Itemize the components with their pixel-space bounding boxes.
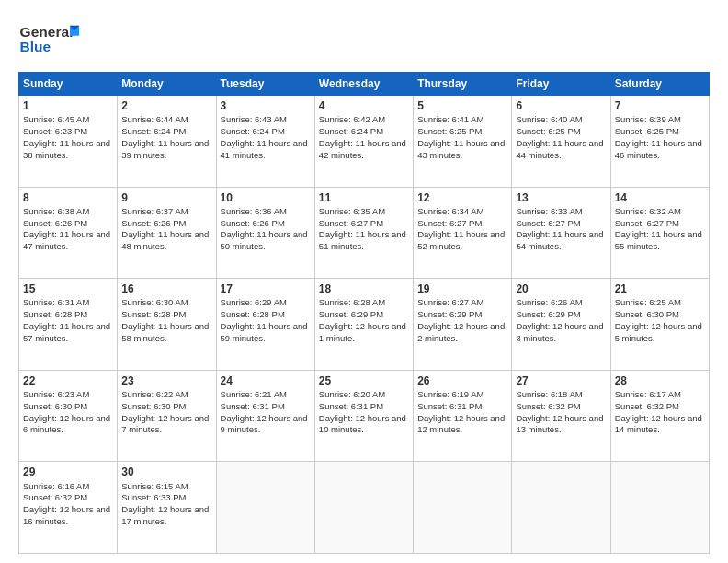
sunset-text: Sunset: 6:29 PM [319, 309, 383, 319]
day-number: 29 [23, 465, 113, 479]
calendar-cell: 9Sunrise: 6:37 AMSunset: 6:26 PMDaylight… [118, 187, 216, 279]
day-number: 7 [615, 98, 705, 113]
calendar-cell: 13Sunrise: 6:33 AMSunset: 6:27 PMDayligh… [512, 187, 610, 279]
weekday-header-thursday: Thursday [414, 73, 512, 96]
sunrise-text: Sunrise: 6:40 AM [516, 114, 582, 124]
day-number: 10 [221, 190, 311, 205]
weekday-header-sunday: Sunday [19, 73, 118, 96]
sunrise-text: Sunrise: 6:43 AM [221, 114, 287, 124]
weekday-header-friday: Friday [512, 73, 610, 96]
day-number: 23 [121, 373, 211, 388]
sunrise-text: Sunrise: 6:39 AM [615, 114, 681, 124]
daylight-label: Daylight: 12 hours and 17 minutes. [121, 504, 209, 526]
sunset-text: Sunset: 6:26 PM [23, 218, 87, 228]
sunrise-text: Sunrise: 6:38 AM [23, 206, 89, 216]
day-number: 30 [121, 465, 211, 479]
sunset-text: Sunset: 6:26 PM [121, 218, 186, 228]
daylight-label: Daylight: 11 hours and 55 minutes. [615, 229, 702, 251]
daylight-label: Daylight: 12 hours and 5 minutes. [615, 321, 702, 343]
daylight-label: Daylight: 11 hours and 44 minutes. [516, 138, 603, 160]
calendar-cell: 20Sunrise: 6:26 AMSunset: 6:29 PMDayligh… [512, 279, 610, 371]
calendar-cell: 22Sunrise: 6:23 AMSunset: 6:30 PMDayligh… [19, 370, 118, 462]
sunrise-text: Sunrise: 6:18 AM [516, 389, 582, 399]
daylight-label: Daylight: 11 hours and 47 minutes. [23, 229, 110, 251]
day-number: 9 [121, 190, 211, 205]
calendar-cell: 12Sunrise: 6:34 AMSunset: 6:27 PMDayligh… [414, 187, 512, 279]
day-number: 28 [615, 373, 705, 388]
daylight-label: Daylight: 12 hours and 3 minutes. [516, 321, 603, 343]
sunrise-text: Sunrise: 6:45 AM [23, 114, 89, 124]
calendar-cell: 19Sunrise: 6:27 AMSunset: 6:29 PMDayligh… [414, 279, 512, 371]
sunrise-text: Sunrise: 6:15 AM [121, 481, 188, 491]
calendar-cell [314, 462, 413, 554]
day-number: 8 [23, 190, 113, 205]
calendar-cell: 8Sunrise: 6:38 AMSunset: 6:26 PMDaylight… [19, 187, 118, 279]
sunrise-text: Sunrise: 6:37 AM [121, 206, 188, 216]
daylight-label: Daylight: 11 hours and 43 minutes. [417, 138, 505, 160]
day-number: 5 [417, 98, 507, 113]
sunset-text: Sunset: 6:24 PM [121, 126, 186, 136]
day-number: 25 [319, 373, 409, 388]
sunrise-text: Sunrise: 6:26 AM [516, 297, 582, 307]
sunrise-text: Sunrise: 6:36 AM [221, 206, 287, 216]
day-number: 24 [221, 373, 311, 388]
sunset-text: Sunset: 6:26 PM [221, 218, 285, 228]
calendar-cell [216, 462, 314, 554]
calendar-cell: 4Sunrise: 6:42 AMSunset: 6:24 PMDaylight… [314, 96, 413, 188]
logo: General Blue [18, 17, 83, 63]
calendar-week-2: 8Sunrise: 6:38 AMSunset: 6:26 PMDaylight… [19, 187, 710, 279]
sunset-text: Sunset: 6:29 PM [417, 309, 482, 319]
sunrise-text: Sunrise: 6:28 AM [319, 297, 385, 307]
calendar-table: SundayMondayTuesdayWednesdayThursdayFrid… [18, 72, 710, 554]
day-number: 17 [221, 282, 311, 296]
daylight-label: Daylight: 11 hours and 54 minutes. [516, 229, 603, 251]
day-number: 16 [121, 282, 211, 296]
daylight-label: Daylight: 11 hours and 46 minutes. [615, 138, 702, 160]
sunset-text: Sunset: 6:28 PM [221, 309, 285, 319]
daylight-label: Daylight: 12 hours and 9 minutes. [221, 413, 308, 435]
sunset-text: Sunset: 6:29 PM [516, 309, 580, 319]
day-number: 6 [516, 98, 606, 113]
daylight-label: Daylight: 12 hours and 12 minutes. [417, 413, 505, 435]
day-number: 12 [417, 190, 507, 205]
sunset-text: Sunset: 6:23 PM [23, 126, 87, 136]
calendar-cell: 21Sunrise: 6:25 AMSunset: 6:30 PMDayligh… [610, 279, 709, 371]
sunrise-text: Sunrise: 6:44 AM [121, 114, 188, 124]
calendar-cell: 1Sunrise: 6:45 AMSunset: 6:23 PMDaylight… [19, 96, 118, 188]
sunrise-text: Sunrise: 6:25 AM [615, 297, 681, 307]
calendar-cell: 5Sunrise: 6:41 AMSunset: 6:25 PMDaylight… [414, 96, 512, 188]
sunset-text: Sunset: 6:25 PM [417, 126, 482, 136]
sunrise-text: Sunrise: 6:21 AM [221, 389, 287, 399]
calendar-cell: 23Sunrise: 6:22 AMSunset: 6:30 PMDayligh… [118, 370, 216, 462]
weekday-header-monday: Monday [118, 73, 216, 96]
daylight-label: Daylight: 11 hours and 38 minutes. [23, 138, 110, 160]
calendar-week-3: 15Sunrise: 6:31 AMSunset: 6:28 PMDayligh… [19, 279, 710, 371]
day-number: 2 [121, 98, 211, 113]
weekday-header-tuesday: Tuesday [216, 73, 314, 96]
daylight-label: Daylight: 11 hours and 41 minutes. [221, 138, 308, 160]
day-number: 13 [516, 190, 606, 205]
daylight-label: Daylight: 12 hours and 6 minutes. [23, 413, 110, 435]
day-number: 19 [417, 282, 507, 296]
sunrise-text: Sunrise: 6:31 AM [23, 297, 89, 307]
sunset-text: Sunset: 6:32 PM [23, 492, 87, 502]
daylight-label: Daylight: 11 hours and 39 minutes. [121, 138, 209, 160]
sunset-text: Sunset: 6:24 PM [221, 126, 285, 136]
calendar-cell: 16Sunrise: 6:30 AMSunset: 6:28 PMDayligh… [118, 279, 216, 371]
svg-text:General: General [20, 24, 74, 40]
daylight-label: Daylight: 12 hours and 16 minutes. [23, 504, 110, 526]
sunset-text: Sunset: 6:28 PM [121, 309, 186, 319]
sunset-text: Sunset: 6:27 PM [516, 218, 580, 228]
sunrise-text: Sunrise: 6:35 AM [319, 206, 385, 216]
sunset-text: Sunset: 6:33 PM [121, 492, 186, 502]
day-number: 15 [23, 282, 113, 296]
sunset-text: Sunset: 6:27 PM [319, 218, 383, 228]
calendar-cell: 30Sunrise: 6:15 AMSunset: 6:33 PMDayligh… [118, 462, 216, 554]
calendar-cell: 3Sunrise: 6:43 AMSunset: 6:24 PMDaylight… [216, 96, 314, 188]
day-number: 18 [319, 282, 409, 296]
daylight-label: Daylight: 11 hours and 52 minutes. [417, 229, 505, 251]
calendar-cell: 11Sunrise: 6:35 AMSunset: 6:27 PMDayligh… [314, 187, 413, 279]
day-number: 1 [23, 98, 113, 113]
calendar-cell [512, 462, 610, 554]
sunrise-text: Sunrise: 6:41 AM [417, 114, 483, 124]
